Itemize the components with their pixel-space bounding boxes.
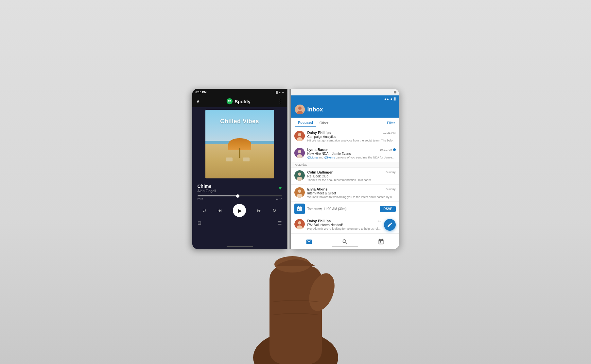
album-title-overlay: Chilled Vibes — [205, 118, 274, 125]
compose-button[interactable] — [384, 219, 396, 231]
status-time: 6:18 PM — [196, 91, 207, 94]
svg-point-9 — [298, 133, 301, 136]
progress-bar[interactable] — [198, 195, 282, 196]
beach-chair-left — [226, 157, 233, 161]
chevron-down-icon[interactable]: ∨ — [196, 99, 200, 104]
svg-point-15 — [298, 173, 301, 176]
calendar-event-item[interactable]: Tomorrow, 11:00 AM (30m) RSVP — [291, 202, 399, 216]
svg-rect-24 — [298, 209, 299, 210]
progress-times: 2:07 4:27 — [198, 197, 282, 201]
spotify-logo: Spotify — [226, 98, 251, 105]
signal-icon: ● — [282, 91, 284, 94]
prev-button[interactable]: ⏮ — [217, 208, 222, 213]
email-time: 10:21 AM — [383, 131, 395, 134]
email-preview: Hey Alumni! We're looking for volunteers… — [307, 227, 381, 230]
email-time: 10:21 AM — [379, 148, 395, 151]
track-artist: Alan Gogoll — [198, 189, 216, 193]
email-item[interactable]: Daisy Phillips Su FW: Volunteers Needed!… — [291, 216, 399, 234]
calendar-icon — [294, 204, 305, 214]
email-content: Colin Ballinger Sunday Re: Book Club Tha… — [307, 170, 396, 182]
home-indicator — [332, 246, 358, 247]
tab-focused[interactable]: Focused — [295, 119, 316, 127]
next-button[interactable]: ⏭ — [257, 208, 262, 213]
progress-scrubber[interactable] — [236, 194, 239, 198]
email-sender: Colin Ballinger — [307, 170, 333, 174]
battery-icon: ▓ — [276, 91, 278, 94]
wifi-bar-icon: ▲ — [390, 97, 393, 100]
spotify-menu-icon[interactable]: ⋮ — [277, 98, 283, 105]
email-content: Daisy Phillips Su FW: Volunteers Needed!… — [307, 219, 381, 230]
devices-icon[interactable]: ⊡ — [198, 220, 201, 225]
beach-umbrella — [228, 138, 251, 158]
rsvp-button[interactable]: RSVP — [380, 206, 395, 212]
progress-fill — [198, 195, 238, 196]
svg-rect-1 — [269, 266, 322, 364]
email-avatar — [294, 219, 305, 229]
progress-area[interactable]: 2:07 4:27 — [192, 194, 287, 202]
left-screen-spotify: 6:18 PM ▓ ▲ ● ∨ Spotify — [192, 89, 287, 249]
queue-icon[interactable]: ☰ — [278, 220, 282, 225]
email-content: Elvia Atkins Sunday Intern Meet & Greet … — [307, 187, 396, 199]
email-time: Su — [377, 219, 381, 223]
calendar-event-info: Tomorrow, 11:00 AM (30m) — [307, 207, 378, 211]
email-item[interactable]: Daisy Phillips 10:21 AM Campaign Analyti… — [291, 128, 399, 145]
date-separator: Yesterday — [291, 162, 399, 168]
beach-chair-right — [243, 157, 250, 161]
svg-point-12 — [298, 150, 301, 153]
email-avatar — [294, 187, 305, 198]
email-avatar — [294, 148, 305, 158]
device-hinge — [287, 89, 291, 249]
track-info: Chime Alan Gogoll ♥ — [192, 181, 287, 194]
inbox-user-avatar[interactable] — [295, 105, 305, 114]
email-avatar — [294, 131, 305, 141]
email-preview: Hi! We just got campaign analytics from … — [307, 139, 396, 142]
spotify-logo-text: Spotify — [235, 99, 251, 104]
extras-bar: ⊡ ☰ — [192, 219, 287, 227]
play-icon: ▶ — [238, 207, 242, 214]
shuffle-button[interactable]: ⇄ — [203, 208, 207, 213]
email-item[interactable]: Lydia Bauer 10:21 AM New Hire NDA – Jami… — [291, 145, 399, 162]
nav-search[interactable] — [342, 239, 348, 245]
track-title: Chime — [198, 184, 216, 189]
email-list: Daisy Phillips 10:21 AM Campaign Analyti… — [291, 128, 399, 234]
camera-dot — [394, 91, 396, 93]
svg-point-6 — [298, 107, 302, 110]
email-subject: FW: Volunteers Needed! — [307, 223, 381, 227]
nav-calendar[interactable] — [378, 239, 384, 245]
email-content: Daisy Phillips 10:21 AM Campaign Analyti… — [307, 131, 396, 142]
repeat-button[interactable]: ↻ — [272, 208, 276, 213]
svg-point-18 — [298, 190, 301, 193]
home-indicator — [227, 246, 253, 247]
svg-rect-23 — [300, 206, 301, 207]
svg-rect-22 — [298, 206, 299, 207]
right-top-bar — [291, 89, 399, 95]
like-button[interactable]: ♥ — [279, 185, 282, 191]
email-preview: @Mona and @Henry can one of you send me … — [307, 156, 396, 159]
email-subject: Intern Meet & Greet — [307, 191, 396, 195]
album-art: Chilled Vibes — [205, 110, 274, 178]
spotify-logo-icon — [226, 98, 233, 105]
current-time: 2:07 — [198, 197, 203, 201]
battery-bar-icon: ▓ — [394, 97, 396, 100]
inbox-tabs: Focused Other Filter — [291, 118, 399, 128]
tab-other[interactable]: Other — [316, 119, 332, 127]
signal-bar-icon: ▲▲ — [384, 97, 389, 100]
play-pause-button[interactable]: ▶ — [233, 204, 246, 217]
email-item[interactable]: Colin Ballinger Sunday Re: Book Club Tha… — [291, 168, 399, 185]
svg-point-26 — [298, 221, 301, 224]
svg-point-4 — [227, 98, 233, 104]
inbox-title: Inbox — [307, 106, 323, 113]
spotify-status-bar: 6:18 PM ▓ ▲ ● — [192, 89, 287, 95]
svg-rect-21 — [297, 207, 302, 208]
email-time: Sunday — [386, 188, 396, 191]
status-icons: ▓ ▲ ● — [276, 91, 284, 94]
scene: 6:18 PM ▓ ▲ ● ∨ Spotify — [0, 0, 591, 364]
compose-icon — [387, 222, 393, 228]
nav-mail[interactable] — [306, 239, 312, 245]
email-time: Sunday — [386, 171, 396, 174]
outlook-status-bar: ▲▲ ▲ ▓ — [291, 95, 399, 102]
filter-button[interactable]: Filter — [387, 121, 395, 125]
wifi-icon: ▲ — [279, 91, 281, 94]
email-item[interactable]: Elvia Atkins Sunday Intern Meet & Greet … — [291, 185, 399, 202]
spotify-header: ∨ Spotify ⋮ — [192, 95, 287, 107]
